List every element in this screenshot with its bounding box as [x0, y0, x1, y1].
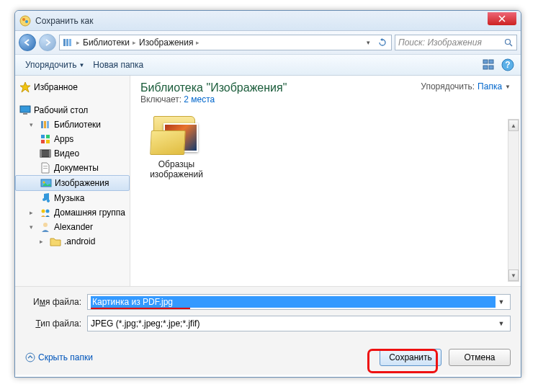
svg-rect-20: [46, 135, 50, 138]
svg-rect-23: [40, 150, 50, 157]
toolbar: Упорядочить▼ Новая папка ?: [15, 54, 521, 76]
arrow-left-icon: [23, 38, 32, 47]
svg-text:?: ?: [505, 60, 510, 70]
close-button[interactable]: [488, 12, 516, 25]
navigation-bar: ▸ Библиотеки ▸ Изображения ▸ ▾ Поиск: Из…: [15, 31, 521, 54]
tree-homegroup[interactable]: ▸Домашняя группа: [15, 205, 130, 220]
svg-point-1: [22, 18, 25, 21]
refresh-icon: [378, 38, 387, 47]
chevron-down-icon: ▼: [505, 84, 511, 90]
svg-point-0: [20, 16, 30, 26]
address-bar[interactable]: ▸ Библиотеки ▸ Изображения ▸ ▾: [59, 35, 392, 50]
chevron-down-icon[interactable]: ▼: [496, 320, 507, 327]
folder-label: Образцы изображений: [140, 159, 212, 179]
filetype-select[interactable]: JPEG (*.jpg;*.jpeg;*.jpe;*.jfif) ▼: [87, 316, 511, 331]
filetype-label: Тип файла:: [25, 318, 81, 329]
tree-favorites[interactable]: Избранное: [15, 80, 130, 94]
svg-rect-18: [47, 121, 49, 128]
chevron-down-icon[interactable]: ▼: [496, 298, 507, 306]
library-icon: [40, 119, 51, 130]
library-title: Библиотека "Изображения": [140, 81, 287, 94]
tree-user[interactable]: ▾Alexander: [15, 220, 130, 234]
new-folder-button[interactable]: Новая папка: [89, 58, 148, 72]
tree-libraries[interactable]: ▾Библиотеки: [15, 117, 130, 132]
svg-point-6: [506, 39, 511, 44]
svg-rect-15: [23, 113, 27, 115]
pictures-icon: [40, 177, 52, 189]
video-icon: [40, 148, 51, 159]
expand-icon[interactable]: ▸: [40, 238, 47, 245]
desktop-icon: [19, 104, 31, 116]
svg-rect-17: [44, 121, 46, 128]
svg-rect-14: [20, 106, 30, 112]
tree-documents[interactable]: Документы: [15, 161, 130, 175]
svg-rect-26: [43, 166, 48, 166]
button-area: Скрыть папки Сохранить Отмена: [15, 342, 521, 375]
chevron-right-icon: ▸: [196, 39, 199, 46]
sort-value[interactable]: Папка: [478, 81, 502, 92]
app-icon: [19, 15, 31, 27]
save-as-dialog: Сохранить как ▸ Библиотеки ▸ Изображения…: [14, 10, 521, 378]
hide-folders-link[interactable]: Скрыть папки: [25, 352, 93, 362]
folder-thumbnail: [151, 116, 202, 156]
dropdown-button[interactable]: ▾: [362, 36, 375, 49]
includes-label: Включает:: [140, 94, 181, 104]
svg-point-29: [43, 182, 45, 184]
svg-line-7: [510, 44, 512, 46]
star-icon: [19, 81, 31, 93]
filename-input[interactable]: Картинка из PDF.jpg ▼: [87, 294, 511, 310]
svg-rect-24: [40, 150, 42, 157]
breadcrumb-libraries[interactable]: Библиотеки: [83, 37, 130, 48]
search-placeholder: Поиск: Изображения: [398, 37, 501, 48]
tree-videos[interactable]: Видео: [15, 146, 130, 161]
tree-android[interactable]: ▸.android: [15, 234, 130, 249]
document-icon: [40, 162, 51, 174]
svg-rect-21: [41, 140, 45, 143]
folder-icon: [50, 236, 61, 247]
svg-rect-25: [49, 150, 50, 157]
svg-rect-10: [483, 66, 488, 69]
chevron-right-icon: ▸: [76, 39, 80, 46]
svg-point-2: [25, 20, 28, 23]
sort-label: Упорядочить:: [421, 81, 475, 92]
expand-icon[interactable]: ▾: [30, 121, 37, 128]
save-button[interactable]: Сохранить: [380, 349, 441, 366]
cancel-button[interactable]: Отмена: [449, 349, 511, 366]
forward-button[interactable]: [39, 34, 56, 51]
expand-icon[interactable]: ▾: [30, 223, 37, 231]
music-icon: [40, 192, 51, 204]
expand-icon[interactable]: ▸: [30, 209, 37, 216]
filename-value: Картинка из PDF.jpg: [91, 296, 496, 308]
scroll-down-icon[interactable]: ▼: [508, 270, 519, 281]
scrollbar[interactable]: ▲ ▼: [508, 119, 519, 282]
svg-rect-8: [483, 60, 488, 63]
tree-pictures[interactable]: Изображения: [15, 175, 130, 191]
chevron-down-icon: ▾: [367, 39, 370, 46]
search-input[interactable]: Поиск: Изображения: [395, 35, 517, 50]
tree-music[interactable]: Музыка: [15, 191, 130, 205]
svg-rect-19: [41, 135, 45, 138]
includes-link[interactable]: 2 места: [184, 94, 215, 104]
titlebar[interactable]: Сохранить как: [15, 11, 521, 31]
body: Избранное Рабочий стол ▾Библиотеки Apps …: [15, 76, 521, 286]
svg-rect-16: [41, 121, 43, 128]
svg-rect-22: [46, 140, 50, 143]
chevron-down-icon: ▼: [79, 62, 84, 68]
svg-rect-3: [63, 39, 66, 46]
back-button[interactable]: [19, 34, 36, 51]
content-pane[interactable]: Библиотека "Изображения" Включает: 2 мес…: [130, 76, 521, 286]
close-icon: [498, 15, 506, 22]
tree-apps[interactable]: Apps: [15, 132, 130, 146]
scroll-up-icon[interactable]: ▲: [508, 120, 519, 131]
svg-rect-5: [69, 39, 71, 46]
folder-samples[interactable]: Образцы изображений: [140, 116, 212, 179]
refresh-button[interactable]: [376, 36, 389, 49]
breadcrumb-pictures[interactable]: Изображения: [139, 37, 193, 48]
help-icon[interactable]: ?: [501, 58, 515, 72]
organize-button[interactable]: Упорядочить▼: [21, 58, 89, 72]
svg-rect-27: [43, 168, 48, 169]
navigation-tree[interactable]: Избранное Рабочий стол ▾Библиотеки Apps …: [15, 76, 130, 286]
tree-desktop[interactable]: Рабочий стол: [15, 103, 130, 117]
filename-label: Имя файла:: [25, 297, 81, 307]
view-icon[interactable]: [482, 58, 496, 72]
